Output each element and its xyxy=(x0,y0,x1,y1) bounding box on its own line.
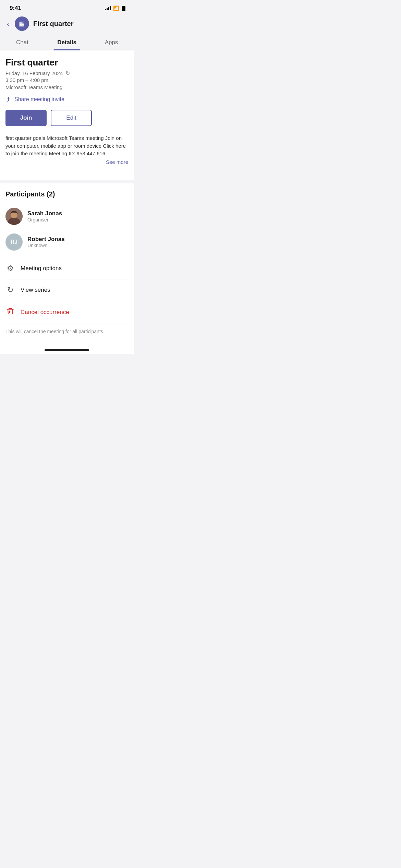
repeat-icon: ↻ xyxy=(5,286,15,294)
action-section: ⚙ Meeting options ↻ View series Cancel o… xyxy=(5,255,128,337)
view-series-button[interactable]: ↻ View series xyxy=(5,279,128,301)
share-invite-button[interactable]: ⮭ Share meeting invite xyxy=(5,96,128,103)
participant-role: Unknown xyxy=(27,243,65,248)
action-buttons: Join Edit xyxy=(5,110,128,126)
edit-button[interactable]: Edit xyxy=(51,110,92,126)
tab-apps[interactable]: Apps xyxy=(89,35,134,50)
battery-icon: ▐▌ xyxy=(121,6,127,11)
meeting-date-row: Friday, 16 February 2024 ↻ xyxy=(5,70,128,76)
settings-icon: ⚙ xyxy=(5,264,15,273)
share-invite-label: Share meeting invite xyxy=(14,96,64,103)
status-time: 9:41 xyxy=(10,5,21,12)
meeting-time: 3:30 pm – 4:00 pm xyxy=(5,77,128,83)
home-bar xyxy=(45,349,89,351)
participant-avatar-sarah xyxy=(5,208,23,225)
header-title: First quarter xyxy=(33,20,74,28)
meeting-type: Microsoft Teams Meeting xyxy=(5,84,128,90)
meeting-description: first quarter goals Microsoft Teams meet… xyxy=(5,134,128,158)
header: ‹ ▦ First quarter xyxy=(0,14,134,35)
share-icon: ⮭ xyxy=(5,96,12,103)
signal-icon xyxy=(105,6,111,10)
meeting-options-button[interactable]: ⚙ Meeting options xyxy=(5,258,128,279)
wifi-icon: 📶 xyxy=(113,5,119,11)
status-icons: 📶 ▐▌ xyxy=(105,5,127,11)
meeting-options-label: Meeting options xyxy=(21,265,62,272)
view-series-label: View series xyxy=(21,287,50,293)
main-content: First quarter Friday, 16 February 2024 ↻… xyxy=(0,50,134,180)
participant-avatar-robert: RJ xyxy=(5,233,23,251)
participant-role: Organiser xyxy=(27,217,62,222)
sarah-avatar-svg xyxy=(5,208,23,225)
participant-name: Sarah Jonas xyxy=(27,210,62,217)
meeting-date: Friday, 16 February 2024 xyxy=(5,70,63,76)
status-bar: 9:41 📶 ▐▌ xyxy=(0,0,134,14)
cancel-occurrence-button[interactable]: Cancel occurrence xyxy=(5,301,128,324)
cancel-occurrence-label: Cancel occurrence xyxy=(21,309,69,316)
join-button[interactable]: Join xyxy=(5,110,47,126)
meeting-avatar: ▦ xyxy=(15,16,29,31)
participant-item: RJ Robert Jonas Unknown xyxy=(5,229,128,255)
participants-title: Participants (2) xyxy=(5,190,128,198)
tab-details[interactable]: Details xyxy=(45,35,89,50)
recurrence-icon: ↻ xyxy=(65,70,70,76)
participant-item: Sarah Jonas Organiser xyxy=(5,204,128,229)
participants-section: Participants (2) Sarah Jonas Organiser R… xyxy=(0,183,134,344)
tab-bar: Chat Details Apps xyxy=(0,35,134,50)
back-button[interactable]: ‹ xyxy=(5,19,11,29)
trash-icon xyxy=(5,307,15,317)
home-indicator xyxy=(0,344,134,354)
tab-chat[interactable]: Chat xyxy=(0,35,45,50)
calendar-icon: ▦ xyxy=(19,20,25,27)
cancel-warning: This will cancel the meeting for all par… xyxy=(5,324,128,337)
participant-name: Robert Jonas xyxy=(27,236,65,243)
meeting-title: First quarter xyxy=(5,57,128,68)
see-more-button[interactable]: See more xyxy=(5,159,128,165)
section-divider xyxy=(0,180,134,183)
